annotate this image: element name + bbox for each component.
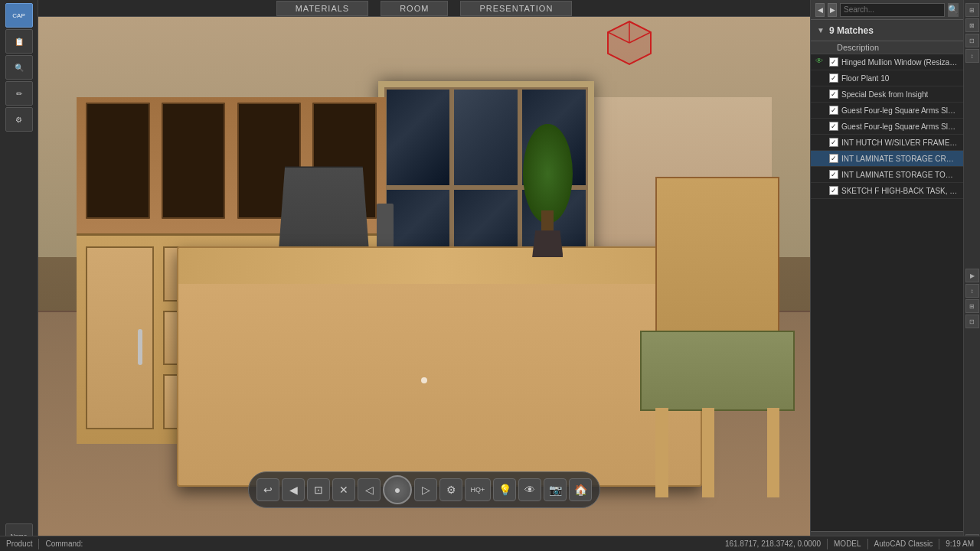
item-text: INT LAMINATE STORAGE TOWER, 6/6/: [841, 171, 959, 179]
toolbar-camera-btn[interactable]: 📷: [544, 478, 567, 501]
rp-search-icon[interactable]: 🔍: [948, 3, 959, 17]
toolbar-light-btn[interactable]: 💡: [493, 478, 516, 501]
left-sidebar: CAP 📋 🔍 ✏ ⚙ Name: [0, 0, 38, 551]
eye-icon[interactable]: 👁: [815, 57, 826, 67]
sidebar-tool-1[interactable]: 📋: [5, 29, 33, 54]
svg-marker-4: [608, 21, 651, 64]
center-area: MATERIALS ROOM PRESENTATION: [38, 0, 810, 551]
time-display: 9:19 AM: [946, 540, 974, 548]
desk-surface: [178, 248, 700, 284]
list-item[interactable]: 👁✓INT LAMINATE STORAGE CREDENZA: [811, 151, 963, 167]
list-item[interactable]: 👁✓Guest Four-leg Square Arms Slat Back: [811, 103, 963, 119]
gchair-leg-2: [702, 408, 714, 497]
rp-matches-header: ▼ 9 Matches: [811, 20, 963, 41]
item-checkbox[interactable]: ✓: [829, 122, 838, 131]
eye-icon[interactable]: 👁: [815, 89, 826, 99]
floor-plant: [517, 124, 579, 258]
sidebar-tool-2[interactable]: 🔍: [5, 55, 33, 80]
list-item[interactable]: 👁✓INT HUTCH W/SILVER FRAMED NON-I: [811, 135, 963, 151]
toolbar-rect-btn[interactable]: ⊡: [307, 478, 330, 501]
right-panel: ◀ ▶ 🔍 ▼ 9 Matches Description 👁✓Hinged M…: [810, 0, 963, 551]
toolbar-home-btn[interactable]: 🏠: [569, 478, 592, 501]
product-label: Product: [6, 540, 32, 548]
tab-materials[interactable]: MATERIALS: [276, 1, 369, 16]
sidebar-tool-3[interactable]: ✏: [5, 81, 33, 106]
toolbar-settings-btn[interactable]: ⚙: [439, 478, 462, 501]
fr-icon-7[interactable]: ⊞: [965, 299, 979, 313]
eye-icon[interactable]: 👁: [815, 169, 826, 180]
item-text: SKETCH F HIGH-BACK TASK, #1 MECH: [841, 187, 959, 195]
coordinates-display: 161.8717, 218.3742, 0.0000: [725, 540, 821, 548]
toolbar-prev-btn[interactable]: ◁: [358, 478, 381, 501]
eye-icon[interactable]: 👁: [815, 185, 826, 196]
gchair-back: [655, 177, 779, 353]
fr-icon-2[interactable]: ⊠: [965, 18, 979, 32]
fr-icon-1[interactable]: ⊞: [965, 3, 979, 17]
toolbar-undo-btn[interactable]: ↩: [256, 478, 279, 501]
plant-foliage: [523, 124, 573, 224]
item-text: INT HUTCH W/SILVER FRAMED NON-I: [841, 139, 959, 147]
command-label: Command:: [45, 540, 83, 548]
nav-cube[interactable]: [606, 20, 652, 66]
far-right-panel: ⊞ ⊠ ⊡ ↕ ▶ ↕ ⊞ ⊡ ⊞: [963, 0, 980, 551]
toolbar-close-btn[interactable]: ✕: [332, 478, 355, 501]
fr-icon-6[interactable]: ↕: [965, 284, 979, 298]
item-checkbox[interactable]: ✓: [829, 57, 838, 67]
shelf-2: [162, 103, 225, 219]
item-checkbox[interactable]: ✓: [829, 170, 838, 179]
eye-icon[interactable]: 👁: [815, 137, 826, 148]
fr-icon-8[interactable]: ⊡: [965, 315, 979, 328]
toolbar-eye-btn[interactable]: 👁: [518, 478, 541, 501]
hutch-door-left: [86, 246, 154, 430]
item-text: INT LAMINATE STORAGE CREDENZA: [841, 155, 959, 163]
toolbar-left-btn[interactable]: ◀: [282, 478, 305, 501]
autocad-label: AutoCAD Classic: [874, 540, 933, 548]
description-col-header: Description: [837, 43, 879, 52]
list-item[interactable]: 👁✓Hinged Mullion Window (Resizable): [811, 54, 963, 70]
item-checkbox[interactable]: ✓: [829, 73, 838, 83]
item-checkbox[interactable]: ✓: [829, 90, 838, 99]
tab-presentation[interactable]: PRESENTATION: [460, 1, 572, 16]
toolbar-hq-btn[interactable]: HQ+: [465, 478, 491, 501]
gchair-seat: [640, 331, 795, 411]
item-checkbox[interactable]: ✓: [829, 154, 838, 163]
item-checkbox[interactable]: ✓: [829, 106, 838, 115]
list-item[interactable]: 👁✓Floor Plant 10: [811, 70, 963, 86]
item-text: Special Desk from Insight: [841, 90, 928, 99]
item-text: Floor Plant 10: [841, 74, 889, 83]
eye-icon[interactable]: 👁: [815, 73, 826, 83]
executive-desk: [177, 246, 701, 487]
fr-icon-3[interactable]: ⊡: [965, 34, 979, 47]
toolbar-center-btn[interactable]: ●: [383, 475, 412, 504]
list-item[interactable]: 👁✓INT LAMINATE STORAGE TOWER, 6/6/: [811, 167, 963, 183]
window-pane-2: [452, 87, 520, 188]
model-label: MODEL: [834, 540, 861, 548]
top-menubar: MATERIALS ROOM PRESENTATION: [38, 0, 810, 17]
guest-chair-right: [640, 177, 795, 497]
item-text: Guest Four-leg Square Arms Slat Back: [841, 106, 959, 115]
fr-icon-4[interactable]: ↕: [965, 49, 979, 63]
tab-room[interactable]: ROOM: [381, 1, 448, 16]
list-item[interactable]: 👁✓Guest Four-leg Square Arms Slat Back: [811, 119, 963, 135]
matches-count-label: 9 Matches: [829, 25, 874, 36]
logo-button[interactable]: CAP: [5, 3, 33, 28]
eye-icon[interactable]: 👁: [815, 153, 826, 164]
expand-icon[interactable]: ▼: [817, 26, 825, 34]
item-text: Guest Four-leg Square Arms Slat Back: [841, 122, 959, 131]
list-item[interactable]: 👁✓Special Desk from Insight: [811, 86, 963, 103]
item-checkbox[interactable]: ✓: [829, 186, 838, 195]
fr-icon-5[interactable]: ▶: [965, 269, 979, 282]
rp-search-input[interactable]: [840, 3, 945, 17]
shelf-1: [86, 103, 149, 219]
cursor-indicator: [421, 377, 427, 383]
rp-prev-btn[interactable]: ◀: [815, 3, 825, 17]
sidebar-tool-4[interactable]: ⚙: [5, 107, 33, 132]
rp-next-btn[interactable]: ▶: [828, 3, 837, 17]
rp-items-list: 👁✓Hinged Mullion Window (Resizable)👁✓Flo…: [811, 54, 963, 531]
toolbar-next-btn[interactable]: ▷: [414, 478, 437, 501]
3d-viewport[interactable]: ↩ ◀ ⊡ ✕ ◁ ● ▷ ⚙ HQ+ 💡 👁 📷 🏠: [38, 17, 810, 551]
eye-icon[interactable]: 👁: [815, 105, 826, 116]
eye-icon[interactable]: 👁: [815, 121, 826, 132]
item-checkbox[interactable]: ✓: [829, 138, 838, 147]
list-item[interactable]: 👁✓SKETCH F HIGH-BACK TASK, #1 MECH: [811, 183, 963, 199]
